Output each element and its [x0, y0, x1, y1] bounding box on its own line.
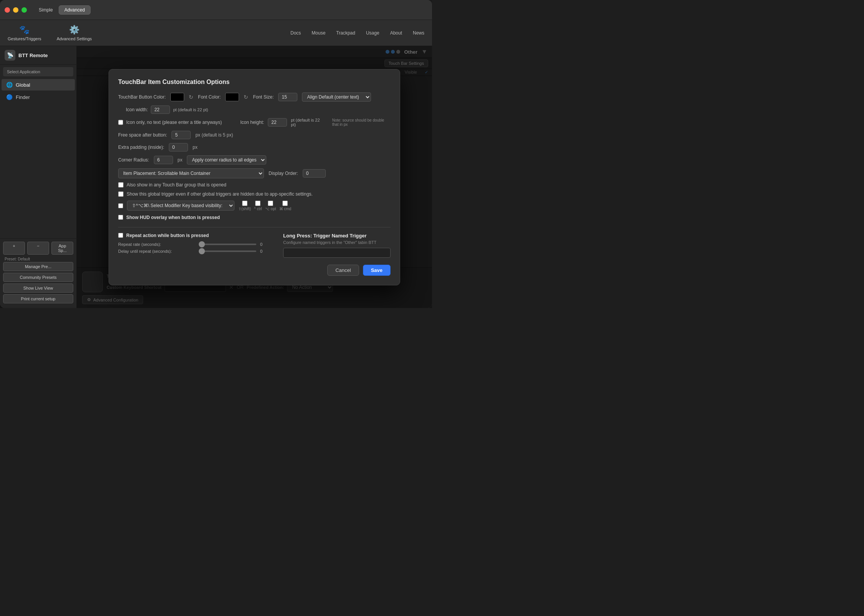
touchbar-color-label: TouchBar Button Color:	[118, 94, 166, 100]
font-size-input[interactable]	[278, 93, 297, 101]
extra-padding-input[interactable]	[169, 143, 188, 152]
modifier-key-checkbox[interactable]	[118, 203, 123, 208]
extra-padding-row: Extra padding (inside): px	[118, 143, 391, 152]
toolbar-gestures-label: Gestures/Triggers	[8, 36, 41, 41]
select-application-button[interactable]: Select Application	[3, 67, 73, 76]
repeat-rate-slider[interactable]	[199, 244, 256, 245]
cancel-button[interactable]: Cancel	[327, 265, 359, 276]
remove-app-button[interactable]: −	[27, 242, 49, 255]
corner-radius-unit: px	[178, 157, 183, 163]
nav-about[interactable]: About	[390, 30, 402, 36]
main-window: Simple Advanced 🐾 Gestures/Triggers ⚙️ A…	[0, 0, 432, 308]
modifier-key-select[interactable]: ⇧^⌥⌘\ Select Modifier Key based visibili…	[127, 201, 234, 211]
mod-key-ctrl: ^ ctrl	[254, 201, 262, 211]
manage-presets-button[interactable]: Manage Pre...	[3, 262, 73, 271]
traffic-lights	[5, 7, 27, 13]
modal-overlay: TouchBar Item Customization Options Touc…	[77, 46, 432, 308]
add-app-button[interactable]: +	[3, 242, 25, 255]
icon-only-label: Icon only, no text (please enter a title…	[126, 120, 222, 125]
paw-icon: 🐾	[19, 25, 30, 35]
font-color-picker[interactable]	[225, 93, 239, 101]
corner-radius-input[interactable]	[154, 156, 173, 164]
ctrl-checkbox[interactable]	[255, 201, 261, 206]
shift-label: ⇧(shift)	[238, 207, 251, 211]
tab-advanced[interactable]: Advanced	[59, 5, 91, 15]
mod-key-cmd: ⌘ cmd	[279, 201, 292, 211]
section-divider	[118, 227, 391, 227]
icon-height-input[interactable]	[268, 118, 287, 127]
icon-width-label: Icon width:	[126, 107, 148, 112]
finder-icon: 🔵	[6, 94, 13, 100]
extra-padding-unit: px	[193, 145, 198, 150]
icon-only-row: Icon only, no text (please enter a title…	[118, 118, 391, 127]
hud-label: Show HUD overlay when button is pressed	[126, 215, 220, 220]
sidebar-item-global[interactable]: 🌐 Global	[2, 79, 75, 91]
delay-repeat-row: Delay until repeat (seconds): 0	[118, 249, 268, 254]
repeat-title-row: Repeat action while button is pressed	[118, 233, 268, 238]
also-show-checkbox[interactable]	[118, 182, 124, 188]
show-global-checkbox[interactable]	[118, 191, 124, 197]
delay-repeat-slider[interactable]	[199, 250, 256, 252]
shift-checkbox[interactable]	[242, 201, 247, 206]
icon-width-unit: pt (default is 22 pt)	[173, 107, 208, 112]
long-press-section: Long Press: Trigger Named Trigger Config…	[283, 233, 391, 258]
sidebar-global-label: Global	[16, 82, 30, 88]
modal-title: TouchBar Item Customization Options	[118, 79, 391, 86]
repeat-checkbox[interactable]	[118, 233, 123, 238]
sidebar-finder-label: Finder	[16, 94, 30, 100]
extra-padding-label: Extra padding (inside):	[118, 145, 164, 150]
corner-radius-row: Corner Radius: px Apply corner radius to…	[118, 155, 391, 165]
icon-info-row: Icon width: pt (default is 22 pt)	[126, 105, 391, 114]
nav-docs[interactable]: Docs	[290, 30, 301, 36]
save-button[interactable]: Save	[363, 265, 391, 276]
reset-font-color-icon[interactable]: ↻	[244, 94, 248, 100]
display-order-input[interactable]	[303, 169, 326, 178]
toolbar-advanced-label: Advanced Settings	[57, 36, 92, 41]
content-area: Other ▼ Touch Bar Settings Modifi... Vis…	[77, 46, 432, 308]
community-presets-button[interactable]: Community Presets	[3, 273, 73, 282]
show-live-view-button[interactable]: Show Live View	[3, 283, 73, 293]
nav-mouse[interactable]: Mouse	[312, 30, 325, 36]
close-button[interactable]	[5, 7, 10, 13]
opt-checkbox[interactable]	[268, 201, 273, 206]
corner-apply-select[interactable]: Apply corner radius to all edges	[187, 155, 266, 165]
free-space-input[interactable]	[171, 131, 191, 139]
cmd-label: ⌘ cmd	[279, 207, 292, 211]
repeat-title: Repeat action while button is pressed	[126, 233, 209, 238]
font-size-label: Font Size:	[253, 94, 274, 100]
icon-width-input[interactable]	[151, 105, 170, 114]
opt-label: ⌥ opt	[265, 207, 276, 211]
long-press-input[interactable]	[283, 248, 391, 258]
sliders-icon: ⚙️	[69, 25, 79, 35]
placement-row: Item Placement: Scrollable Main Containe…	[118, 168, 391, 178]
reset-color-icon[interactable]: ↻	[189, 94, 193, 100]
preset-label: Preset: Default	[3, 256, 73, 262]
toolbar-advanced-settings[interactable]: ⚙️ Advanced Settings	[57, 25, 92, 41]
nav-trackpad[interactable]: Trackpad	[336, 30, 355, 36]
customization-modal: TouchBar Item Customization Options Touc…	[109, 69, 400, 285]
main-layout: 📡 BTT Remote Select Application 🌐 Global…	[0, 46, 432, 308]
color-font-row: TouchBar Button Color: ↻ Font Color: ↻ F…	[118, 92, 391, 102]
icon-width-field: Icon width: pt (default is 22 pt)	[126, 105, 208, 114]
print-setup-button[interactable]: Print current setup	[3, 294, 73, 303]
maximize-button[interactable]	[21, 7, 27, 13]
toolbar-gestures-triggers[interactable]: 🐾 Gestures/Triggers	[8, 25, 41, 41]
tab-simple[interactable]: Simple	[33, 5, 59, 15]
minimize-button[interactable]	[13, 7, 18, 13]
placement-select[interactable]: Item Placement: Scrollable Main Containe…	[118, 168, 264, 178]
repeat-left: Repeat action while button is pressed Re…	[118, 233, 268, 256]
long-press-desc: Configure named triggers in the "Other" …	[283, 240, 391, 245]
also-show-row: Also show in any Touch Bar group that is…	[118, 182, 391, 188]
touchbar-color-picker[interactable]	[170, 93, 184, 101]
cmd-checkbox[interactable]	[282, 201, 288, 206]
nav-news[interactable]: News	[413, 30, 424, 36]
also-show-label: Also show in any Touch Bar group that is…	[127, 182, 226, 188]
icon-only-checkbox[interactable]	[118, 120, 123, 125]
app-spacing-button[interactable]: App Sp...	[51, 242, 73, 255]
nav-usage[interactable]: Usage	[366, 30, 379, 36]
ctrl-label: ^ ctrl	[254, 207, 262, 211]
align-select[interactable]: Align Default (center text)	[302, 92, 371, 102]
modifier-key-row: ⇧^⌥⌘\ Select Modifier Key based visibili…	[118, 201, 391, 211]
sidebar-item-finder[interactable]: 🔵 Finder	[2, 91, 75, 103]
hud-checkbox[interactable]	[118, 215, 123, 220]
